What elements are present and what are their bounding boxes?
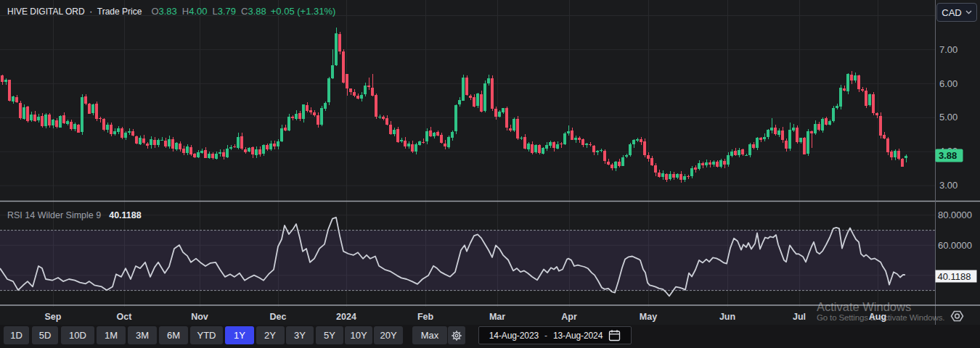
svg-text:Dec: Dec xyxy=(270,312,287,322)
svg-text:May: May xyxy=(640,312,657,322)
svg-text:2024: 2024 xyxy=(336,312,356,322)
svg-text:Jul: Jul xyxy=(793,312,806,322)
svg-text:3.88: 3.88 xyxy=(939,150,957,161)
svg-text:60.0000: 60.0000 xyxy=(938,240,972,251)
svg-text:3.00: 3.00 xyxy=(939,180,957,191)
svg-text:Apr: Apr xyxy=(561,312,577,322)
svg-text:Feb: Feb xyxy=(417,312,434,322)
svg-text:Jun: Jun xyxy=(719,312,735,322)
svg-text:5.00: 5.00 xyxy=(939,112,957,123)
svg-text:Nov: Nov xyxy=(191,312,208,322)
svg-text:Mar: Mar xyxy=(489,312,505,322)
svg-text:40.1188: 40.1188 xyxy=(938,271,971,282)
svg-text:Sep: Sep xyxy=(45,312,62,322)
svg-text:6.00: 6.00 xyxy=(939,78,957,89)
svg-text:80.0000: 80.0000 xyxy=(938,210,972,220)
svg-text:Oct: Oct xyxy=(117,312,133,322)
svg-text:7.00: 7.00 xyxy=(939,44,957,55)
